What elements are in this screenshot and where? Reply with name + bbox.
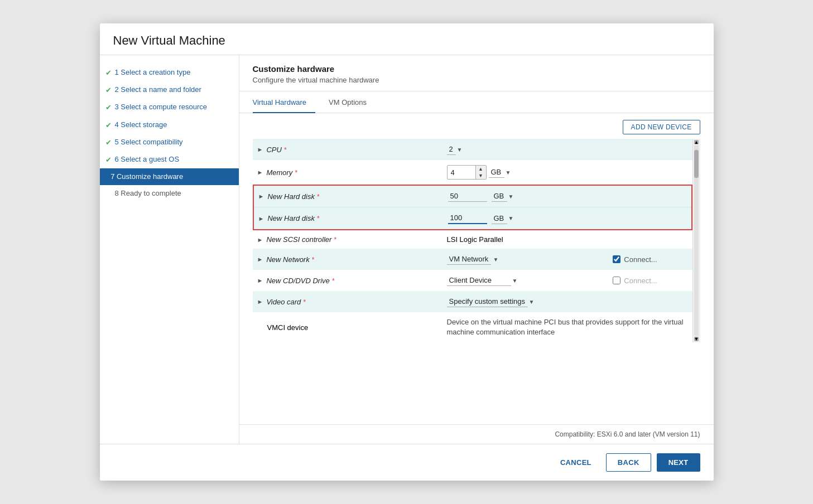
hard-disk-table: ► New Hard disk * G	[254, 186, 691, 229]
table-row: ► Video card * Specify custom settings A…	[253, 291, 700, 312]
cpu-dropdown-icon: ▼	[457, 147, 463, 153]
hd1-expand-icon[interactable]: ►	[258, 193, 264, 200]
memory-input[interactable]	[448, 167, 475, 178]
cancel-button[interactable]: CANCEL	[551, 454, 600, 471]
scrollbar[interactable]: ▲ ▼	[692, 139, 700, 342]
table-row: VMCI device Device on the virtual machin…	[253, 312, 700, 342]
hd1-unit-icon: ▼	[508, 193, 514, 200]
next-button[interactable]: NEXT	[657, 453, 700, 472]
memory-value-cell: ▲ ▼ GB MB ▼	[442, 160, 684, 185]
vmci-value-cell: Device on the virtual machine PCI bus th…	[442, 312, 700, 342]
sidebar-item-step1[interactable]: ✔ 1 Select a creation type	[100, 64, 239, 81]
vmci-label-cell: VMCI device	[253, 312, 442, 342]
network-connect-checkbox[interactable]	[613, 255, 620, 263]
main-content: Customize hardware Configure the virtual…	[239, 55, 714, 444]
hd1-value-cell: GB MB TB ▼	[444, 186, 665, 207]
back-button[interactable]: BACK	[606, 453, 651, 472]
sidebar-label-step4: 4 Select storage	[115, 120, 230, 130]
tabs-bar: Virtual Hardware VM Options	[239, 91, 714, 113]
hd2-value-row: GB MB TB ▼	[448, 212, 661, 224]
memory-decrement-button[interactable]: ▼	[476, 172, 486, 179]
network-expand-icon[interactable]: ►	[257, 256, 263, 263]
cddvd-connect-cell: Connect...	[608, 270, 700, 291]
sidebar-item-step7[interactable]: 7 Customize hardware	[100, 168, 239, 185]
cpu-label-cell: ► CPU *	[253, 139, 442, 160]
sidebar-item-step4[interactable]: ✔ 4 Select storage	[100, 117, 239, 134]
new-vm-modal: New Virtual Machine ✔ 1 Select a creatio…	[100, 23, 714, 481]
vmci-description: Device on the virtual machine PCI bus th…	[447, 318, 684, 336]
hd2-unit-icon: ▼	[508, 215, 514, 221]
cpu-label: CPU *	[266, 146, 286, 154]
cpu-select[interactable]: 2 4 8	[447, 144, 456, 155]
memory-required: *	[295, 169, 297, 177]
table-row: ► New SCSI controller * LSI Logic Parall…	[253, 230, 700, 249]
memory-unit-select[interactable]: GB MB	[489, 167, 504, 178]
scroll-up-button[interactable]: ▲	[694, 140, 699, 144]
content-subtitle: Configure the virtual machine hardware	[253, 76, 700, 84]
memory-increment-button[interactable]: ▲	[476, 166, 486, 172]
hd2-unit-wrap: GB MB TB ▼	[492, 213, 514, 224]
cddvd-label-cell: ► New CD/DVD Drive *	[253, 270, 442, 291]
check-icon-step5: ✔	[105, 138, 112, 148]
table-row: ► New CD/DVD Drive * Client Device Datas…	[253, 270, 700, 291]
scsi-value-cell: LSI Logic Parallel	[442, 230, 609, 249]
hd1-required: *	[317, 193, 320, 201]
videocard-select[interactable]: Specify custom settings Auto-detect sett…	[447, 296, 528, 307]
sidebar-item-step2[interactable]: ✔ 2 Select a name and folder	[100, 81, 239, 99]
tab-virtual-hardware[interactable]: Virtual Hardware	[253, 91, 316, 113]
network-select[interactable]: VM Network	[447, 254, 491, 265]
videocard-select-wrap: Specify custom settings Auto-detect sett…	[447, 296, 535, 307]
hd2-required: *	[317, 215, 320, 222]
modal-title: New Virtual Machine	[113, 33, 700, 48]
cddvd-connect-label: Connect...	[624, 277, 657, 285]
scroll-track	[694, 146, 699, 336]
hd2-label: New Hard disk *	[267, 214, 319, 222]
check-icon-step6: ✔	[105, 155, 112, 165]
table-row: ► New Hard disk * G	[254, 207, 691, 230]
scsi-extra-cell	[608, 230, 700, 249]
sidebar-item-step5[interactable]: ✔ 5 Select compatibility	[100, 134, 239, 151]
cddvd-connect-wrap: Connect...	[613, 277, 695, 285]
memory-label-cell: ► Memory *	[253, 160, 442, 185]
memory-value-row: ▲ ▼ GB MB ▼	[447, 165, 679, 180]
network-value-row: VM Network ▼	[447, 254, 604, 265]
memory-stepper: ▲ ▼	[475, 166, 486, 179]
cddvd-connect-checkbox[interactable]	[613, 277, 620, 284]
scsi-expand-icon[interactable]: ►	[257, 236, 263, 243]
cddvd-expand-icon[interactable]: ►	[257, 277, 263, 284]
sidebar-item-step8[interactable]: ✔ 8 Ready to complete	[100, 185, 239, 202]
vmci-label: VMCI device	[267, 323, 309, 332]
table-row: ► Memory * ▲	[253, 160, 700, 185]
scroll-down-button[interactable]: ▼	[694, 337, 699, 341]
sidebar-item-step6[interactable]: ✔ 6 Select a guest OS	[100, 151, 239, 168]
hd2-size-input[interactable]	[448, 212, 487, 224]
hd2-unit-select[interactable]: GB MB TB	[492, 213, 507, 224]
memory-expand-icon[interactable]: ►	[257, 169, 263, 176]
hd1-unit-select[interactable]: GB MB TB	[492, 191, 507, 202]
table-row: ► New Hard disk * G	[254, 186, 691, 207]
cpu-select-wrap: 2 4 8 ▼	[447, 144, 463, 155]
content-title: Customize hardware	[253, 64, 700, 74]
hardware-table-wrapper: ► CPU * 2 4	[253, 139, 700, 342]
sidebar-item-step3[interactable]: ✔ 3 Select a compute resource	[100, 99, 239, 116]
modal-header: New Virtual Machine	[100, 23, 714, 55]
spacer-step7	[105, 172, 108, 182]
sidebar-label-step2: 2 Select a name and folder	[115, 85, 230, 95]
scroll-thumb	[694, 150, 699, 178]
cpu-expand-icon[interactable]: ►	[257, 146, 263, 153]
tab-vm-options[interactable]: VM Options	[329, 91, 376, 113]
hardware-table: ► CPU * 2 4	[253, 139, 700, 185]
add-device-row: ADD NEW DEVICE	[253, 120, 700, 134]
modal-body: ✔ 1 Select a creation type ✔ 2 Select a …	[100, 55, 714, 444]
add-new-device-button[interactable]: ADD NEW DEVICE	[623, 120, 700, 134]
videocard-expand-icon[interactable]: ►	[257, 298, 263, 305]
lower-hardware-table: ► New SCSI controller * LSI Logic Parall…	[253, 230, 700, 342]
hd2-expand-icon[interactable]: ►	[258, 215, 264, 222]
scsi-label-cell: ► New SCSI controller *	[253, 230, 442, 249]
cddvd-select[interactable]: Client Device Datastore ISO File	[447, 275, 511, 286]
cddvd-select-wrap: Client Device Datastore ISO File ▼	[447, 275, 518, 286]
cpu-value-cell: 2 4 8 ▼	[442, 139, 684, 160]
hd1-size-input[interactable]	[448, 191, 487, 202]
scsi-label: New SCSI controller *	[266, 235, 336, 244]
network-label-cell: ► New Network *	[253, 249, 442, 270]
